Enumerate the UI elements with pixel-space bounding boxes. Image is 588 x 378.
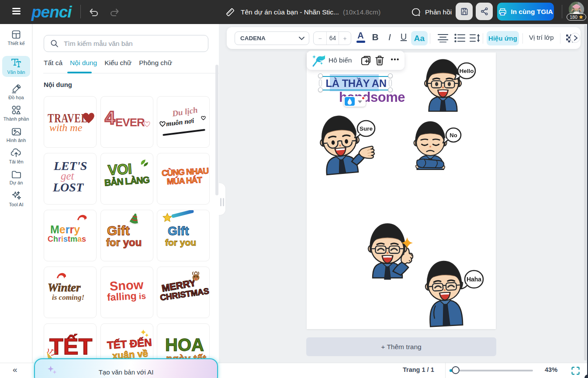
- svg-text:Sure: Sure: [360, 125, 373, 132]
- svg-text:Haha: Haha: [467, 276, 481, 283]
- svg-text:penci: penci: [31, 3, 72, 21]
- svg-text:No: No: [450, 132, 457, 139]
- svg-text:Hello: Hello: [459, 68, 474, 74]
